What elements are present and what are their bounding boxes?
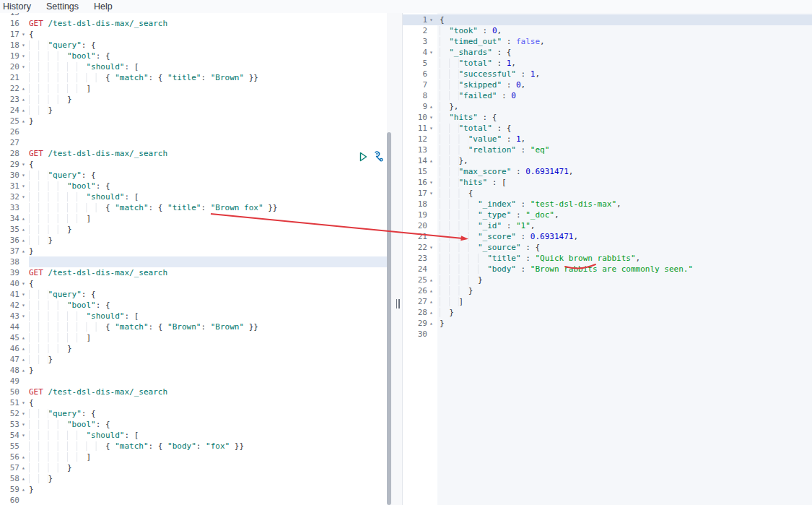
code-line[interactable]: 21 "_score" : 0.6931471, [403, 231, 812, 242]
panel-resize-handle[interactable] [394, 298, 401, 309]
fold-open-icon[interactable]: ▾ [427, 242, 435, 253]
code-line[interactable]: 18▾ "query": { [0, 40, 387, 51]
fold-end-icon[interactable]: ▴ [19, 224, 27, 235]
code-line[interactable]: 41▾ "query": { [0, 289, 387, 300]
fold-open-icon[interactable]: ▾ [19, 419, 27, 430]
fold-end-icon[interactable]: ▴ [427, 285, 435, 296]
fold-open-icon[interactable]: ▾ [19, 40, 27, 51]
code-line[interactable]: 8 "failed" : 0 [403, 90, 812, 101]
code-line[interactable]: 25▴} [0, 116, 387, 126]
code-line[interactable]: 53▾ "bool": { [0, 419, 387, 430]
code-line[interactable]: 17▾ { [403, 188, 812, 199]
fold-open-icon[interactable]: ▾ [427, 177, 435, 188]
fold-end-icon[interactable]: ▴ [427, 155, 435, 166]
fold-end-icon[interactable]: ▴ [19, 473, 27, 484]
fold-end-icon[interactable]: ▴ [19, 213, 27, 224]
fold-open-icon[interactable]: ▾ [19, 191, 27, 202]
request-editor-pane[interactable]: 1516GET /test-dsl-dis-max/_search17▾{18▾… [0, 13, 387, 505]
code-line[interactable]: 32▾ "should": [ [0, 191, 387, 202]
code-line[interactable]: 20 "_id" : "1", [403, 220, 812, 231]
code-line[interactable]: 19▾ "bool": { [0, 51, 387, 61]
fold-end-icon[interactable]: ▴ [19, 246, 27, 256]
code-line[interactable]: 4▾ "_shards" : { [403, 47, 812, 58]
fold-end-icon[interactable]: ▴ [427, 318, 435, 329]
code-line[interactable]: 14▴ }, [403, 155, 812, 166]
code-line[interactable]: 9▴ }, [403, 101, 812, 112]
code-line[interactable]: 15 "max_score" : 0.6931471, [403, 166, 812, 177]
code-line[interactable]: 12 "value" : 1, [403, 134, 812, 144]
fold-end-icon[interactable]: ▴ [19, 343, 27, 354]
send-request-play-icon[interactable] [357, 151, 369, 163]
code-line[interactable]: 46▴ } [0, 343, 387, 354]
fold-open-icon[interactable]: ▾ [19, 181, 27, 191]
code-line[interactable]: 6 "successful" : 1, [403, 69, 812, 79]
code-line[interactable]: 39GET /test-dsl-dis-max/_search [0, 267, 387, 278]
code-line[interactable]: 44 { "match": { "Brown": "Brown" }} [0, 321, 387, 332]
code-line[interactable]: 10▾ "hits" : { [403, 112, 812, 123]
editor-scrollbar-thumb[interactable] [387, 132, 391, 505]
code-line[interactable]: 15 [0, 13, 387, 18]
code-line[interactable]: 42▾ "bool": { [0, 300, 387, 311]
code-line[interactable]: 1▾{ [403, 14, 812, 25]
code-line[interactable]: 16GET /test-dsl-dis-max/_search [0, 18, 387, 29]
code-line[interactable]: 17▾{ [0, 29, 387, 40]
code-line[interactable]: 21 { "match": { "title": "Brown" }} [0, 72, 387, 83]
fold-end-icon[interactable]: ▴ [19, 484, 27, 495]
history-menu-button[interactable]: History [3, 0, 31, 13]
code-line[interactable]: 26▴ } [403, 285, 812, 296]
code-line[interactable]: 23▴ } [0, 94, 387, 105]
code-line[interactable]: 26 [0, 126, 387, 137]
fold-end-icon[interactable]: ▴ [427, 307, 435, 318]
code-line[interactable]: 27▴ ] [403, 296, 812, 307]
code-line[interactable]: 59▴} [0, 484, 387, 495]
code-line[interactable]: 36▴ } [0, 235, 387, 246]
fold-open-icon[interactable]: ▾ [19, 51, 27, 61]
code-line[interactable]: 29▾{ [0, 159, 387, 170]
code-line[interactable]: 40▾{ [0, 278, 387, 289]
code-line[interactable]: 48▴} [0, 365, 387, 376]
fold-end-icon[interactable]: ▴ [19, 452, 27, 462]
fold-end-icon[interactable]: ▴ [19, 332, 27, 343]
fold-open-icon[interactable]: ▾ [19, 408, 27, 419]
code-line[interactable]: 43▾ "should": [ [0, 311, 387, 321]
code-line[interactable]: 56▴ ] [0, 452, 387, 462]
code-line[interactable]: 34▴ ] [0, 213, 387, 224]
fold-open-icon[interactable]: ▾ [19, 289, 27, 300]
code-line[interactable]: 24▴ } [0, 105, 387, 116]
code-line[interactable]: 38 [0, 256, 387, 267]
settings-menu-button[interactable]: Settings [46, 0, 79, 13]
code-line[interactable]: 3 "timed_out" : false, [403, 36, 812, 47]
code-line[interactable]: 54▾ "should": [ [0, 430, 387, 441]
code-line[interactable]: 50GET /test-dsl-dis-max/_search [0, 387, 387, 397]
code-line[interactable]: 22▾ "_source" : { [403, 242, 812, 253]
fold-end-icon[interactable]: ▴ [19, 83, 27, 94]
code-line[interactable]: 27 [0, 137, 387, 148]
fold-open-icon[interactable]: ▾ [19, 278, 27, 289]
code-line[interactable]: 51▾{ [0, 397, 387, 408]
code-line[interactable]: 55 { "match": { "body": "fox" }} [0, 441, 387, 452]
code-line[interactable]: 30 [403, 329, 812, 340]
fold-end-icon[interactable]: ▴ [427, 101, 435, 112]
fold-end-icon[interactable]: ▴ [19, 94, 27, 105]
fold-open-icon[interactable]: ▾ [19, 159, 27, 170]
code-line[interactable]: 37▴} [0, 246, 387, 256]
fold-end-icon[interactable]: ▴ [19, 354, 27, 365]
code-line[interactable]: 20▾ "should": [ [0, 61, 387, 72]
code-line[interactable]: 25▴ } [403, 275, 812, 285]
fold-open-icon[interactable]: ▾ [19, 311, 27, 321]
fold-open-icon[interactable]: ▾ [427, 112, 435, 123]
code-line[interactable]: 52▾ "query": { [0, 408, 387, 419]
fold-open-icon[interactable]: ▾ [19, 170, 27, 181]
code-line[interactable]: 24 "body" : "Brown rabbits are commonly … [403, 264, 812, 275]
response-viewer-pane[interactable]: 1▾{2 "took" : 0,3 "timed_out" : false,4▾… [402, 13, 812, 505]
fold-end-icon[interactable]: ▴ [19, 462, 27, 473]
code-line[interactable]: 18 "_index" : "test-dsl-dis-max", [403, 199, 812, 210]
fold-open-icon[interactable]: ▾ [19, 29, 27, 40]
fold-open-icon[interactable]: ▾ [19, 397, 27, 408]
fold-open-icon[interactable]: ▾ [19, 61, 27, 72]
code-line[interactable]: 16▾ "hits" : [ [403, 177, 812, 188]
code-line[interactable]: 11▾ "total" : { [403, 123, 812, 134]
help-menu-button[interactable]: Help [94, 0, 113, 13]
code-line[interactable]: 33 { "match": { "title": "Brown fox" }} [0, 202, 387, 213]
fold-open-icon[interactable]: ▾ [427, 47, 435, 58]
